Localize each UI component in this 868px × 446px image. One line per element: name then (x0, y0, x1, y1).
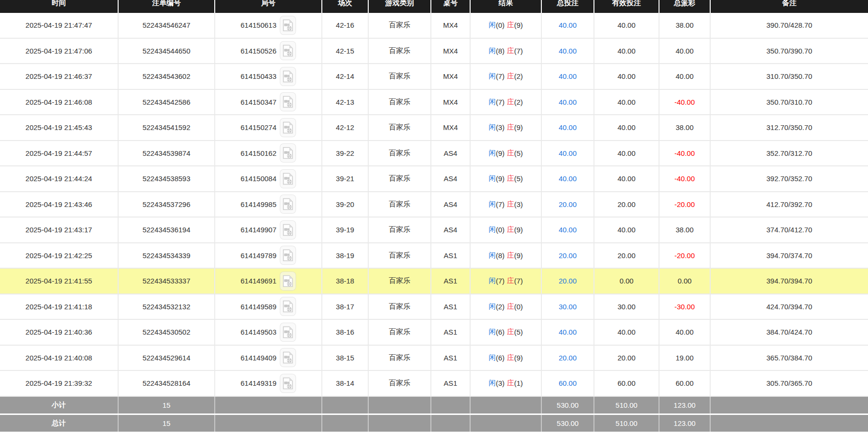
column-header: 场次 (322, 0, 369, 13)
cell-table-number: AS4 (431, 141, 471, 166)
column-header: 总投注 (542, 0, 594, 13)
table-row[interactable]: 2025-04-19 21:46:37 522434543602 6141504… (0, 64, 868, 90)
video-replay-button[interactable] (280, 16, 296, 35)
total-bet-link[interactable]: 30.00 (559, 303, 577, 311)
table-row[interactable]: 2025-04-19 21:45:43 522434541592 6141502… (0, 115, 868, 141)
cell-total-bet: 40.00 (542, 218, 594, 242)
video-replay-button[interactable] (280, 348, 296, 367)
player-result-label: 闲 (489, 21, 496, 30)
cell-round-number: 614149789 (215, 243, 322, 268)
video-replay-button[interactable] (280, 272, 296, 291)
cell-bet-number: 522434529614 (119, 346, 215, 370)
column-header: 备注 (711, 0, 868, 13)
total-bet-link[interactable]: 40.00 (559, 226, 577, 234)
table-row[interactable]: 2025-04-19 21:43:17 522434536194 6141499… (0, 218, 868, 243)
total-bet-link[interactable]: 40.00 (559, 328, 577, 336)
subtotal-empty-table (431, 397, 471, 413)
cell-remark: 394.70/374.70 (711, 243, 868, 268)
column-header: 游戏类别 (369, 0, 431, 13)
table-row[interactable]: 2025-04-19 21:42:25 522434534339 6141497… (0, 243, 868, 269)
cell-payout: 0.00 (659, 269, 711, 294)
cell-result: 闲(0)庄(9) (471, 218, 542, 242)
player-result-label: 闲 (489, 200, 496, 209)
cell-payout: 38.00 (659, 115, 711, 140)
video-replay-button[interactable] (280, 169, 296, 188)
video-replay-button[interactable] (280, 67, 296, 86)
table-row[interactable]: 2025-04-19 21:43:46 522434537296 6141499… (0, 192, 868, 218)
table-row[interactable]: 2025-04-19 21:47:06 522434544650 6141505… (0, 39, 868, 65)
player-result-label: 闲 (489, 72, 496, 81)
cell-bet-number: 522434539874 (119, 141, 215, 166)
video-replay-button[interactable] (280, 220, 296, 239)
total-bet-link[interactable]: 20.00 (559, 354, 577, 362)
column-header: 结果 (471, 0, 542, 13)
total-bet-link[interactable]: 40.00 (559, 123, 577, 131)
cell-session: 38-18 (322, 269, 369, 294)
cell-payout: -20.00 (659, 192, 711, 217)
video-file-icon (283, 300, 293, 313)
cell-valid-bet: 40.00 (594, 13, 659, 38)
subtotal-empty-result (471, 397, 542, 413)
table-row[interactable]: 2025-04-19 21:41:55 522434533337 6141496… (0, 269, 868, 294)
cell-payout: -40.00 (659, 166, 711, 191)
video-replay-button[interactable] (280, 297, 296, 316)
cell-valid-bet: 20.00 (594, 346, 659, 370)
total-bet-link[interactable]: 40.00 (559, 47, 577, 55)
cell-result: 闲(7)庄(2) (471, 90, 542, 115)
total-bet-link[interactable]: 20.00 (559, 251, 577, 260)
video-replay-button[interactable] (280, 118, 296, 137)
total-bet-link[interactable]: 40.00 (559, 174, 577, 183)
total-bet-link[interactable]: 20.00 (559, 277, 577, 285)
banker-result-score: (7) (514, 277, 523, 285)
cell-remark: 394.70/394.70 (711, 269, 868, 294)
table-row[interactable]: 2025-04-19 21:39:32 522434528164 6141493… (0, 371, 868, 397)
video-replay-button[interactable] (280, 143, 296, 163)
cell-session: 38-14 (322, 371, 369, 396)
video-replay-button[interactable] (280, 323, 296, 342)
total-bet-link[interactable]: 40.00 (559, 98, 577, 106)
cell-time: 2025-04-19 21:42:25 (0, 243, 119, 268)
table-row[interactable]: 2025-04-19 21:40:08 522434529614 6141494… (0, 346, 868, 371)
video-replay-button[interactable] (280, 246, 296, 265)
total-empty-result (471, 415, 542, 432)
cell-table-number: AS1 (431, 320, 471, 345)
total-empty-table (431, 415, 471, 432)
video-replay-button[interactable] (280, 195, 296, 214)
total-bet-link[interactable]: 40.00 (559, 149, 577, 157)
column-header: 总派彩 (659, 0, 711, 13)
table-row[interactable]: 2025-04-19 21:46:08 522434542586 6141503… (0, 90, 868, 116)
video-replay-button[interactable] (280, 92, 296, 111)
video-replay-button[interactable] (280, 41, 296, 60)
cell-bet-number: 522434543602 (119, 64, 215, 89)
cell-result: 闲(3)庄(1) (471, 371, 542, 396)
cell-table-number: AS4 (431, 166, 471, 191)
banker-result-label: 庄 (507, 174, 514, 183)
column-header: 有效投注 (594, 0, 659, 13)
player-result-score: (9) (496, 149, 505, 157)
cell-total-bet: 40.00 (542, 90, 594, 115)
total-bet-link[interactable]: 40.00 (559, 72, 577, 80)
total-bet-link[interactable]: 40.00 (559, 21, 577, 29)
banker-result-label: 庄 (507, 123, 514, 132)
video-replay-button[interactable] (280, 374, 296, 393)
table-row[interactable]: 2025-04-19 21:41:18 522434532132 6141495… (0, 294, 868, 320)
table-row[interactable]: 2025-04-19 21:40:36 522434530502 6141495… (0, 320, 868, 346)
banker-result-score: (9) (514, 21, 523, 29)
cell-total-bet: 20.00 (542, 243, 594, 268)
banker-result-label: 庄 (507, 46, 514, 55)
cell-result: 闲(0)庄(9) (471, 13, 542, 38)
cell-session: 42-16 (322, 13, 369, 38)
table-row[interactable]: 2025-04-19 21:44:24 522434538593 6141500… (0, 166, 868, 192)
banker-result-label: 庄 (507, 200, 514, 209)
total-bet-link[interactable]: 60.00 (559, 379, 577, 387)
player-result-score: (0) (496, 226, 505, 234)
cell-game-type: 百家乐 (369, 166, 431, 191)
cell-time: 2025-04-19 21:44:24 (0, 166, 119, 191)
cell-remark: 374.70/412.70 (711, 218, 868, 242)
table-row[interactable]: 2025-04-19 21:44:57 522434539874 6141501… (0, 141, 868, 167)
cell-bet-number: 522434538593 (119, 166, 215, 191)
total-bet-link[interactable]: 20.00 (559, 200, 577, 208)
table-row[interactable]: 2025-04-19 21:47:47 522434546247 6141506… (0, 13, 868, 39)
cell-round-number: 614149691 (215, 269, 322, 294)
banker-result-score: (5) (514, 149, 523, 157)
